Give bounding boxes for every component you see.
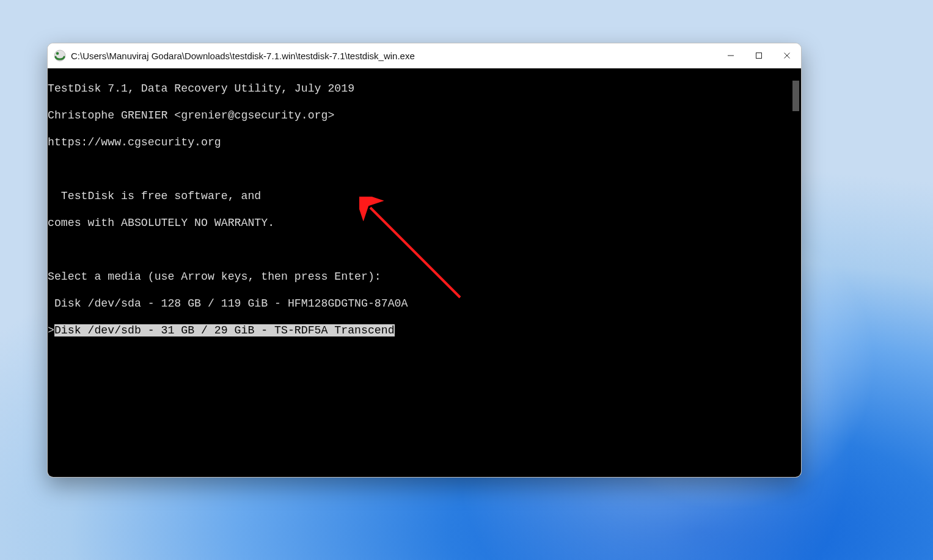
selection-cursor: > [48, 324, 54, 336]
terminal-area[interactable]: TestDisk 7.1, Data Recovery Utility, Jul… [48, 68, 801, 477]
maximize-button[interactable] [745, 43, 773, 68]
blank-line [48, 162, 801, 176]
select-media-prompt: Select a media (use Arrow keys, then pre… [48, 270, 801, 283]
blank-line [48, 404, 801, 418]
titlebar[interactable]: C:\Users\Manuviraj Godara\Downloads\test… [48, 43, 801, 68]
terminal-content: TestDisk 7.1, Data Recovery Utility, Jul… [48, 68, 801, 477]
header-line: TestDisk 7.1, Data Recovery Utility, Jul… [48, 82, 801, 95]
svg-point-1 [56, 52, 59, 55]
free-sw-line-1: TestDisk is free software, and [48, 189, 801, 203]
blank-line [48, 351, 801, 364]
disk-option-sdb[interactable]: >Disk /dev/sdb - 31 GB / 29 GiB - TS-RDF… [48, 324, 801, 337]
blank-line [48, 458, 801, 471]
app-window: C:\Users\Manuviraj Godara\Downloads\test… [47, 43, 802, 478]
window-title: C:\Users\Manuviraj Godara\Downloads\test… [71, 51, 717, 61]
window-controls [717, 43, 801, 68]
free-sw-line-2: comes with ABSOLUTELY NO WARRANTY. [48, 216, 801, 230]
blank-line [48, 377, 801, 391]
app-icon [54, 49, 66, 62]
minimize-button[interactable] [717, 43, 745, 68]
scrollbar-thumb[interactable] [792, 81, 799, 111]
close-button[interactable] [773, 43, 801, 68]
disk-option-sda[interactable]: Disk /dev/sda - 128 GB / 119 GiB - HFM12… [48, 297, 801, 310]
svg-rect-3 [756, 53, 762, 59]
blank-line [48, 431, 801, 445]
blank-line [48, 243, 801, 256]
url-line: https://www.cgsecurity.org [48, 136, 801, 149]
disk-option-sdb-selected: Disk /dev/sdb - 31 GB / 29 GiB - TS-RDF5… [54, 324, 395, 336]
author-line: Christophe GRENIER <grenier@cgsecurity.o… [48, 109, 801, 122]
